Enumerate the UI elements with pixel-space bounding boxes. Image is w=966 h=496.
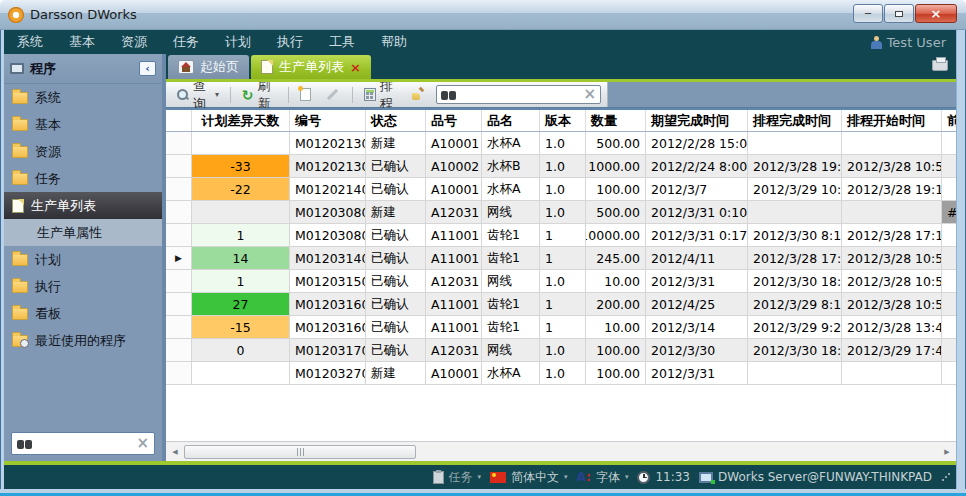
cell-item_no[interactable]: A12031 (426, 201, 482, 224)
cell-item_no[interactable]: A10002 (426, 155, 482, 178)
row-selector[interactable] (166, 362, 192, 385)
table-row[interactable]: ▶14M012031402已确认A11001齿轮11245.002012/4/1… (166, 247, 956, 270)
row-selector[interactable] (166, 224, 192, 247)
cell-sch_end[interactable]: 2012/3/30 18:00 (748, 270, 842, 293)
cell-sch_end[interactable]: 2012/3/28 17:13 (748, 247, 842, 270)
cell-sch_end[interactable]: 2012/3/29 8:15 (748, 293, 842, 316)
table-row[interactable]: -15M012031602已确认A11001齿轮1110.002012/3/14… (166, 316, 956, 339)
cell-num[interactable]: M012031601 (290, 293, 366, 316)
cell-item_no[interactable]: A10001 (426, 178, 482, 201)
table-row[interactable]: M012030801新建A12031网线1.0500.002012/3/31 0… (166, 201, 956, 224)
menu-item-5[interactable]: 计划 (212, 30, 264, 54)
cell-version[interactable]: 1.0 (540, 178, 586, 201)
cell-version[interactable]: 1 (540, 293, 586, 316)
cell-num[interactable]: M012031501 (290, 270, 366, 293)
cell-num[interactable]: M012032701 (290, 362, 366, 385)
menu-item-1[interactable]: 系统 (4, 30, 56, 54)
cell-version[interactable]: 1.0 (540, 132, 586, 155)
cell-num[interactable]: M012021301 (290, 132, 366, 155)
cell-diff[interactable] (192, 132, 290, 155)
cell-sch_start[interactable]: 2012/3/28 10:52 (842, 270, 942, 293)
table-row[interactable]: 1M012030802已确认A11001齿轮1110000.002012/3/3… (166, 224, 956, 247)
cell-item_name[interactable]: 齿轮1 (482, 316, 540, 339)
row-selector[interactable] (166, 155, 192, 178)
cell-item_name[interactable]: 网线 (482, 201, 540, 224)
cell-due[interactable]: 2012/4/25 (646, 293, 748, 316)
row-selector[interactable] (166, 270, 192, 293)
clean-button[interactable] (408, 86, 429, 103)
cell-due[interactable]: 2012/3/31 0:10 (646, 201, 748, 224)
menu-item-7[interactable]: 工具 (316, 30, 368, 54)
cell-item_no[interactable]: A10001 (426, 362, 482, 385)
table-row[interactable]: 1M012031501已确认A12031网线1.010.002012/3/312… (166, 270, 956, 293)
cell-sch_start[interactable]: 2012/3/28 10:52 (842, 293, 942, 316)
cell-status[interactable]: 已确认 (366, 155, 426, 178)
column-header-diff[interactable]: 计划差异天数 (192, 110, 290, 131)
cell-sch_start[interactable] (842, 201, 942, 224)
print-icon[interactable] (932, 60, 948, 71)
cell-item_name[interactable]: 网线 (482, 270, 540, 293)
cell-sch_start[interactable] (842, 362, 942, 385)
cell-qty[interactable]: 1000.00 (586, 155, 646, 178)
edit-record-button[interactable] (320, 91, 345, 98)
horizontal-scrollbar[interactable]: ◀ ▶ (166, 441, 956, 461)
cell-item_name[interactable]: 水杯A (482, 178, 540, 201)
cell-item_name[interactable]: 水杯A (482, 362, 540, 385)
sidebar-search-box[interactable]: × (11, 432, 155, 455)
cell-extra[interactable] (942, 247, 956, 270)
menu-item-6[interactable]: 执行 (264, 30, 316, 54)
table-row[interactable]: -22M012021401已确认A10001水杯A1.0100.002012/3… (166, 178, 956, 201)
row-selector[interactable] (166, 178, 192, 201)
sidebar-collapse-button[interactable]: ‹ (139, 61, 156, 76)
query-dropdown-caret-icon[interactable]: ▾ (215, 90, 219, 99)
cell-version[interactable]: 1 (540, 316, 586, 339)
cell-sch_start[interactable]: 2012/3/28 19:10 (842, 178, 942, 201)
cell-diff[interactable]: 14 (192, 247, 290, 270)
row-selector[interactable] (166, 293, 192, 316)
cell-extra[interactable] (942, 155, 956, 178)
status-font-menu[interactable]: A: 字体 ▾ (577, 469, 629, 486)
cell-extra[interactable] (942, 132, 956, 155)
cell-item_name[interactable]: 水杯B (482, 155, 540, 178)
cell-num[interactable]: M012021302 (290, 155, 366, 178)
cell-status[interactable]: 新建 (366, 132, 426, 155)
cell-qty[interactable]: 245.00 (586, 247, 646, 270)
close-button[interactable]: × (915, 4, 957, 23)
cell-diff[interactable]: -33 (192, 155, 290, 178)
cell-version[interactable]: 1 (540, 247, 586, 270)
cell-diff[interactable]: -15 (192, 316, 290, 339)
sidebar-item[interactable]: 生产单属性 (4, 219, 162, 246)
resize-grip[interactable] (941, 473, 950, 482)
cell-version[interactable]: 1.0 (540, 201, 586, 224)
cell-status[interactable]: 已确认 (366, 224, 426, 247)
scroll-left-icon[interactable]: ◀ (168, 448, 182, 456)
cell-extra[interactable] (942, 339, 956, 362)
tab-active[interactable]: 生产单列表× (251, 55, 371, 79)
cell-qty[interactable]: 10.00 (586, 270, 646, 293)
cell-version[interactable]: 1 (540, 224, 586, 247)
scroll-right-icon[interactable]: ▶ (940, 448, 954, 456)
row-selector[interactable] (166, 132, 192, 155)
cell-num[interactable]: M012030801 (290, 201, 366, 224)
cell-item_no[interactable]: A10001 (426, 132, 482, 155)
cell-extra[interactable]: # (942, 201, 956, 224)
column-header-version[interactable]: 版本 (540, 110, 586, 131)
cell-sch_end[interactable]: 2012/3/30 18:00 (748, 339, 842, 362)
cell-sch_start[interactable]: 2012/3/28 13:40 (842, 316, 942, 339)
cell-due[interactable]: 2012/2/24 8:00 (646, 155, 748, 178)
cell-diff[interactable]: 0 (192, 339, 290, 362)
minimize-button[interactable]: ─ (853, 4, 883, 23)
cell-num[interactable]: M012031402 (290, 247, 366, 270)
cell-item_no[interactable]: A11001 (426, 224, 482, 247)
cell-item_name[interactable]: 齿轮1 (482, 224, 540, 247)
cell-sch_start[interactable]: 2012/3/28 10:52 (842, 155, 942, 178)
row-selector[interactable] (166, 316, 192, 339)
cell-due[interactable]: 2012/3/31 0:17 (646, 224, 748, 247)
cell-status[interactable]: 已确认 (366, 293, 426, 316)
cell-sch_start[interactable] (842, 132, 942, 155)
cell-item_no[interactable]: A11001 (426, 293, 482, 316)
cell-num[interactable]: M012031701 (290, 339, 366, 362)
menu-item-3[interactable]: 资源 (108, 30, 160, 54)
sidebar-item[interactable]: 看板 (4, 300, 162, 327)
column-header-due[interactable]: 期望完成时间 (646, 110, 748, 131)
